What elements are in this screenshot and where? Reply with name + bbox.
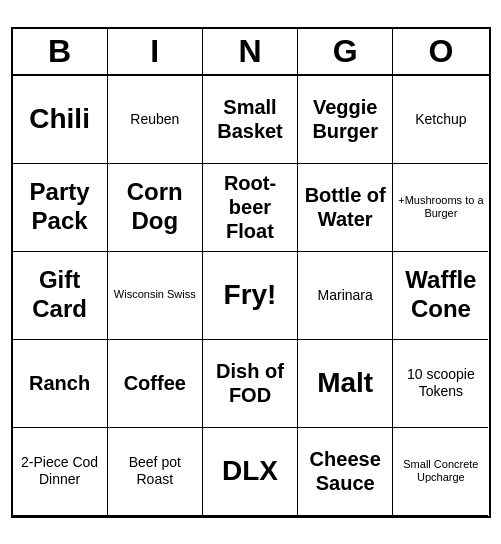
bingo-cell-1: Reuben <box>108 76 203 164</box>
cell-text-8: Bottle of Water <box>302 183 388 231</box>
bingo-cell-22: DLX <box>203 428 298 516</box>
cell-text-3: Veggie Burger <box>302 95 388 143</box>
bingo-card: B I N G O ChiliReubenSmall BasketVeggie … <box>11 27 491 518</box>
cell-text-18: Malt <box>317 366 373 400</box>
cell-text-24: Small Concrete Upcharge <box>397 458 484 484</box>
bingo-cell-17: Dish of FOD <box>203 340 298 428</box>
cell-text-21: Beef pot Roast <box>112 454 198 488</box>
bingo-cell-16: Coffee <box>108 340 203 428</box>
bingo-cell-20: 2-Piece Cod Dinner <box>13 428 108 516</box>
cell-text-1: Reuben <box>130 111 179 128</box>
bingo-cell-3: Veggie Burger <box>298 76 393 164</box>
bingo-cell-0: Chili <box>13 76 108 164</box>
bingo-cell-10: Gift Card <box>13 252 108 340</box>
cell-text-12: Fry! <box>224 278 277 312</box>
header-b: B <box>13 29 108 74</box>
cell-text-15: Ranch <box>29 371 90 395</box>
bingo-cell-23: Cheese Sauce <box>298 428 393 516</box>
bingo-cell-9: +Mushrooms to a Burger <box>393 164 488 252</box>
bingo-cell-19: 10 scoopie Tokens <box>393 340 488 428</box>
bingo-header: B I N G O <box>13 29 489 76</box>
bingo-cell-6: Corn Dog <box>108 164 203 252</box>
cell-text-5: Party Pack <box>17 178 103 236</box>
bingo-cell-24: Small Concrete Upcharge <box>393 428 488 516</box>
bingo-cell-2: Small Basket <box>203 76 298 164</box>
bingo-cell-8: Bottle of Water <box>298 164 393 252</box>
header-g: G <box>298 29 393 74</box>
cell-text-20: 2-Piece Cod Dinner <box>17 454 103 488</box>
bingo-cell-11: Wisconsin Swiss <box>108 252 203 340</box>
cell-text-9: +Mushrooms to a Burger <box>397 194 484 220</box>
bingo-cell-7: Root-beer Float <box>203 164 298 252</box>
bingo-cell-13: Marinara <box>298 252 393 340</box>
header-n: N <box>203 29 298 74</box>
cell-text-17: Dish of FOD <box>207 359 293 407</box>
cell-text-6: Corn Dog <box>112 178 198 236</box>
cell-text-16: Coffee <box>124 371 186 395</box>
bingo-grid: ChiliReubenSmall BasketVeggie BurgerKetc… <box>13 76 489 516</box>
cell-text-2: Small Basket <box>207 95 293 143</box>
cell-text-10: Gift Card <box>17 266 103 324</box>
cell-text-13: Marinara <box>318 287 373 304</box>
cell-text-14: Waffle Cone <box>397 266 484 324</box>
bingo-cell-4: Ketchup <box>393 76 488 164</box>
bingo-cell-15: Ranch <box>13 340 108 428</box>
bingo-cell-14: Waffle Cone <box>393 252 488 340</box>
cell-text-0: Chili <box>29 102 90 136</box>
cell-text-22: DLX <box>222 454 278 488</box>
bingo-cell-12: Fry! <box>203 252 298 340</box>
cell-text-23: Cheese Sauce <box>302 447 388 495</box>
bingo-cell-18: Malt <box>298 340 393 428</box>
cell-text-4: Ketchup <box>415 111 466 128</box>
bingo-cell-5: Party Pack <box>13 164 108 252</box>
cell-text-11: Wisconsin Swiss <box>114 288 196 301</box>
cell-text-19: 10 scoopie Tokens <box>397 366 484 400</box>
bingo-cell-21: Beef pot Roast <box>108 428 203 516</box>
header-i: I <box>108 29 203 74</box>
header-o: O <box>393 29 488 74</box>
cell-text-7: Root-beer Float <box>207 171 293 243</box>
